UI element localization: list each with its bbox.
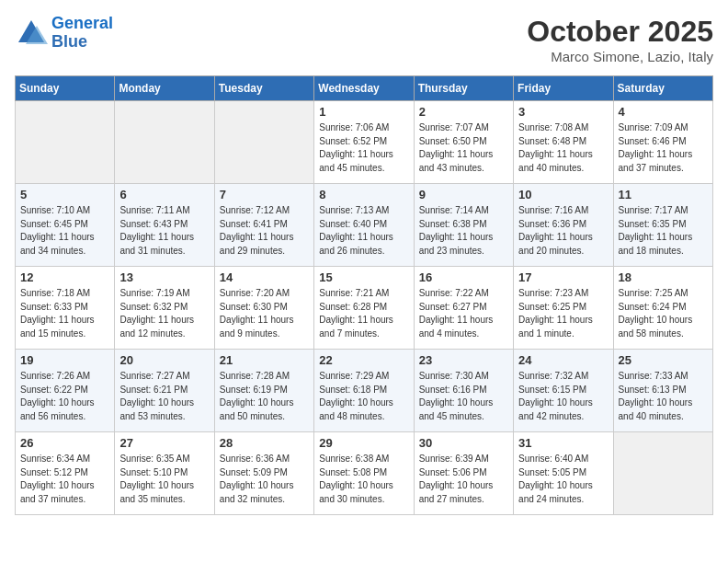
calendar-cell: 25Sunrise: 7:33 AM Sunset: 6:13 PM Dayli…	[613, 350, 712, 432]
day-number: 31	[518, 436, 608, 450]
week-row-3: 19Sunrise: 7:26 AM Sunset: 6:22 PM Dayli…	[16, 350, 713, 432]
calendar-cell: 20Sunrise: 7:27 AM Sunset: 6:21 PM Dayli…	[115, 350, 214, 432]
calendar-cell	[214, 101, 313, 184]
day-info: Sunrise: 7:32 AM Sunset: 6:15 PM Dayligh…	[518, 370, 608, 423]
day-number: 2	[419, 105, 508, 119]
day-number: 18	[619, 270, 708, 284]
calendar-cell: 11Sunrise: 7:17 AM Sunset: 6:35 PM Dayli…	[613, 184, 712, 267]
week-row-4: 26Sunrise: 6:34 AM Sunset: 5:12 PM Dayli…	[16, 432, 713, 515]
day-number: 14	[220, 270, 309, 284]
calendar-cell: 15Sunrise: 7:21 AM Sunset: 6:28 PM Dayli…	[314, 267, 414, 350]
week-row-1: 5Sunrise: 7:10 AM Sunset: 6:45 PM Daylig…	[16, 184, 713, 267]
weekday-header-tuesday: Tuesday	[214, 76, 313, 101]
title-block: October 2025 Marco Simone, Lazio, Italy	[527, 15, 713, 64]
calendar-cell: 16Sunrise: 7:22 AM Sunset: 6:27 PM Dayli…	[414, 267, 513, 350]
day-info: Sunrise: 7:22 AM Sunset: 6:27 PM Dayligh…	[419, 287, 508, 340]
calendar-cell: 21Sunrise: 7:28 AM Sunset: 6:19 PM Dayli…	[214, 350, 313, 432]
day-info: Sunrise: 7:27 AM Sunset: 6:21 PM Dayligh…	[119, 370, 209, 423]
day-info: Sunrise: 7:28 AM Sunset: 6:19 PM Dayligh…	[220, 370, 309, 423]
day-info: Sunrise: 7:19 AM Sunset: 6:32 PM Dayligh…	[119, 287, 209, 340]
day-info: Sunrise: 7:06 AM Sunset: 6:52 PM Dayligh…	[319, 121, 408, 175]
day-number: 19	[20, 353, 109, 367]
day-info: Sunrise: 7:26 AM Sunset: 6:22 PM Dayligh…	[20, 370, 109, 423]
day-info: Sunrise: 6:35 AM Sunset: 5:10 PM Dayligh…	[119, 453, 209, 506]
day-info: Sunrise: 7:16 AM Sunset: 6:36 PM Dayligh…	[518, 204, 608, 258]
day-number: 4	[619, 105, 708, 119]
day-info: Sunrise: 7:20 AM Sunset: 6:30 PM Dayligh…	[220, 287, 309, 340]
calendar-header: SundayMondayTuesdayWednesdayThursdayFrid…	[16, 76, 713, 101]
day-number: 10	[518, 188, 608, 201]
calendar-cell: 8Sunrise: 7:13 AM Sunset: 6:40 PM Daylig…	[314, 184, 414, 267]
calendar-cell: 6Sunrise: 7:11 AM Sunset: 6:43 PM Daylig…	[115, 184, 214, 267]
calendar-cell: 3Sunrise: 7:08 AM Sunset: 6:48 PM Daylig…	[514, 101, 613, 184]
day-number: 6	[119, 188, 209, 201]
day-info: Sunrise: 7:23 AM Sunset: 6:25 PM Dayligh…	[518, 287, 608, 340]
day-number: 20	[119, 353, 209, 367]
calendar-cell: 1Sunrise: 7:06 AM Sunset: 6:52 PM Daylig…	[314, 101, 414, 184]
calendar-cell: 27Sunrise: 6:35 AM Sunset: 5:10 PM Dayli…	[115, 432, 214, 515]
day-info: Sunrise: 7:14 AM Sunset: 6:38 PM Dayligh…	[419, 204, 508, 258]
logo-line1: General	[51, 14, 113, 32]
day-number: 13	[119, 270, 209, 284]
calendar-body: 1Sunrise: 7:06 AM Sunset: 6:52 PM Daylig…	[16, 101, 713, 515]
weekday-header-friday: Friday	[514, 76, 613, 101]
calendar-cell: 28Sunrise: 6:36 AM Sunset: 5:09 PM Dayli…	[214, 432, 313, 515]
day-info: Sunrise: 7:18 AM Sunset: 6:33 PM Dayligh…	[20, 287, 109, 340]
calendar-cell: 9Sunrise: 7:14 AM Sunset: 6:38 PM Daylig…	[414, 184, 513, 267]
day-info: Sunrise: 6:34 AM Sunset: 5:12 PM Dayligh…	[20, 453, 109, 506]
location: Marco Simone, Lazio, Italy	[527, 49, 713, 64]
calendar-cell: 12Sunrise: 7:18 AM Sunset: 6:33 PM Dayli…	[16, 267, 115, 350]
day-info: Sunrise: 7:10 AM Sunset: 6:45 PM Dayligh…	[20, 204, 109, 258]
day-number: 15	[319, 270, 408, 284]
day-number: 25	[619, 353, 708, 367]
day-info: Sunrise: 7:29 AM Sunset: 6:18 PM Dayligh…	[319, 370, 408, 423]
weekday-header-row: SundayMondayTuesdayWednesdayThursdayFrid…	[16, 76, 713, 101]
calendar-cell: 23Sunrise: 7:30 AM Sunset: 6:16 PM Dayli…	[414, 350, 513, 432]
day-number: 24	[518, 353, 608, 367]
calendar-cell: 17Sunrise: 7:23 AM Sunset: 6:25 PM Dayli…	[514, 267, 613, 350]
day-number: 16	[419, 270, 508, 284]
day-info: Sunrise: 7:17 AM Sunset: 6:35 PM Dayligh…	[619, 204, 708, 258]
day-info: Sunrise: 6:40 AM Sunset: 5:05 PM Dayligh…	[518, 453, 608, 506]
weekday-header-saturday: Saturday	[613, 76, 712, 101]
calendar-cell: 24Sunrise: 7:32 AM Sunset: 6:15 PM Dayli…	[514, 350, 613, 432]
day-number: 22	[319, 353, 408, 367]
logo-text: General Blue	[51, 15, 113, 52]
day-number: 26	[20, 436, 109, 450]
day-info: Sunrise: 7:13 AM Sunset: 6:40 PM Dayligh…	[319, 204, 408, 258]
day-info: Sunrise: 7:08 AM Sunset: 6:48 PM Dayligh…	[518, 121, 608, 175]
day-info: Sunrise: 7:25 AM Sunset: 6:24 PM Dayligh…	[619, 287, 708, 340]
week-row-2: 12Sunrise: 7:18 AM Sunset: 6:33 PM Dayli…	[16, 267, 713, 350]
day-number: 21	[220, 353, 309, 367]
calendar-cell: 14Sunrise: 7:20 AM Sunset: 6:30 PM Dayli…	[214, 267, 313, 350]
weekday-header-thursday: Thursday	[414, 76, 513, 101]
day-number: 7	[220, 188, 309, 201]
day-number: 30	[419, 436, 508, 450]
calendar-cell: 2Sunrise: 7:07 AM Sunset: 6:50 PM Daylig…	[414, 101, 513, 184]
day-info: Sunrise: 7:12 AM Sunset: 6:41 PM Dayligh…	[220, 204, 309, 258]
calendar-cell: 10Sunrise: 7:16 AM Sunset: 6:36 PM Dayli…	[514, 184, 613, 267]
weekday-header-monday: Monday	[115, 76, 214, 101]
calendar-table: SundayMondayTuesdayWednesdayThursdayFrid…	[15, 75, 713, 515]
day-info: Sunrise: 6:39 AM Sunset: 5:06 PM Dayligh…	[419, 453, 508, 506]
calendar-cell: 19Sunrise: 7:26 AM Sunset: 6:22 PM Dayli…	[16, 350, 115, 432]
day-number: 28	[220, 436, 309, 450]
day-info: Sunrise: 7:21 AM Sunset: 6:28 PM Dayligh…	[319, 287, 408, 340]
day-number: 5	[20, 188, 109, 201]
calendar-cell	[16, 101, 115, 184]
week-row-0: 1Sunrise: 7:06 AM Sunset: 6:52 PM Daylig…	[16, 101, 713, 184]
calendar-cell: 31Sunrise: 6:40 AM Sunset: 5:05 PM Dayli…	[514, 432, 613, 515]
day-info: Sunrise: 7:30 AM Sunset: 6:16 PM Dayligh…	[419, 370, 508, 423]
calendar-cell: 13Sunrise: 7:19 AM Sunset: 6:32 PM Dayli…	[115, 267, 214, 350]
calendar-cell: 30Sunrise: 6:39 AM Sunset: 5:06 PM Dayli…	[414, 432, 513, 515]
day-info: Sunrise: 6:38 AM Sunset: 5:08 PM Dayligh…	[319, 453, 408, 506]
calendar-cell: 4Sunrise: 7:09 AM Sunset: 6:46 PM Daylig…	[613, 101, 712, 184]
calendar-cell: 7Sunrise: 7:12 AM Sunset: 6:41 PM Daylig…	[214, 184, 313, 267]
day-number: 8	[319, 188, 408, 201]
day-info: Sunrise: 7:33 AM Sunset: 6:13 PM Dayligh…	[619, 370, 708, 423]
logo: General Blue	[15, 15, 113, 52]
calendar-cell: 29Sunrise: 6:38 AM Sunset: 5:08 PM Dayli…	[314, 432, 414, 515]
day-info: Sunrise: 7:09 AM Sunset: 6:46 PM Dayligh…	[619, 121, 708, 175]
day-number: 1	[319, 105, 408, 119]
day-info: Sunrise: 7:07 AM Sunset: 6:50 PM Dayligh…	[419, 121, 508, 175]
